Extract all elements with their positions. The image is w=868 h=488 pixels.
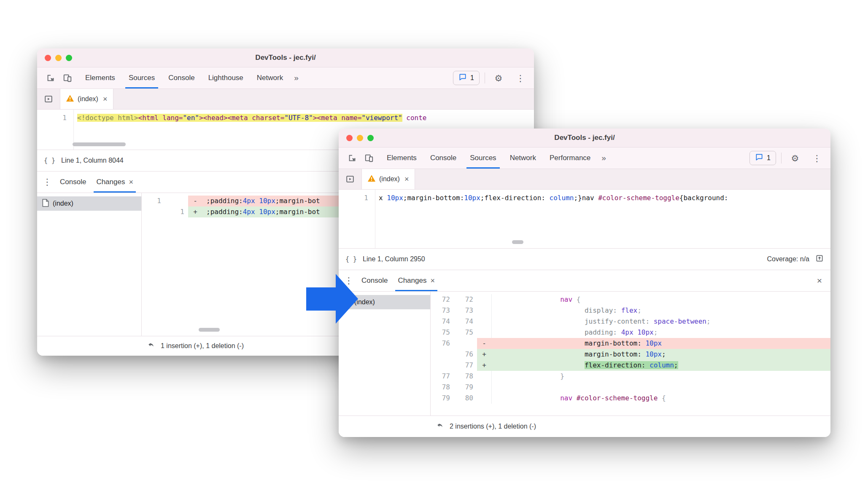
tab-network[interactable]: Network: [503, 147, 543, 169]
code-segment: [642, 339, 646, 347]
close-drawer-tab-icon[interactable]: ×: [430, 276, 435, 285]
zoom-window-button[interactable]: [367, 135, 374, 141]
tab-sources[interactable]: Sources: [122, 67, 162, 88]
code-segment: nav: [560, 394, 577, 402]
code-segment: ;: [637, 306, 642, 314]
drawer-tab-console[interactable]: Console: [55, 172, 91, 193]
tab-elements[interactable]: Elements: [78, 67, 122, 88]
close-window-button[interactable]: [346, 135, 353, 141]
devtools-window-front: DevTools - jec.fyi/ Elements Console Sou…: [339, 129, 830, 437]
drawer-tab-console[interactable]: Console: [356, 270, 393, 291]
code-segment: 4px: [243, 197, 255, 205]
inspect-element-icon[interactable]: [42, 67, 59, 88]
diff-sign: +: [188, 206, 202, 217]
line-number-gutter: 1: [37, 110, 74, 150]
issues-counter[interactable]: 1: [453, 71, 480, 85]
code-segment: ;padding:: [206, 208, 243, 216]
code-segment: ;margin-bot: [275, 208, 320, 216]
code-segment: justify-content:: [585, 317, 650, 325]
diff-sign: [477, 393, 491, 404]
code-segment: [617, 306, 621, 314]
diff-row: 7474 justify-content: space-between;: [431, 316, 830, 327]
diff-sign: -: [188, 196, 202, 206]
cursor-position: Line 1, Column 2950: [363, 255, 425, 263]
zoom-window-button[interactable]: [66, 55, 72, 61]
device-toolbar-icon[interactable]: [361, 147, 377, 169]
file-tab-strip: (index) ×: [339, 169, 830, 190]
tab-console[interactable]: Console: [162, 67, 201, 88]
old-line-number: 79: [431, 393, 454, 404]
minimize-window-button[interactable]: [55, 55, 62, 61]
panel-tab-bar: Elements Sources Console Lighthouse Netw…: [78, 67, 303, 88]
diff-code: padding: 4px 10px;: [491, 327, 830, 338]
file-tab-index[interactable]: (index) ×: [60, 89, 113, 109]
tab-performance[interactable]: Performance: [543, 147, 597, 169]
code-segment: flex-direction:: [585, 361, 646, 369]
drawer-kebab-icon[interactable]: ⋮: [40, 172, 55, 193]
diff-row: 7272 nav {: [431, 294, 830, 305]
drawer-tab-bar: ⋮ Console Changes × ×: [339, 270, 830, 292]
revert-icon[interactable]: [436, 421, 444, 432]
file-icon: [42, 199, 49, 209]
issues-counter[interactable]: 1: [749, 151, 776, 165]
close-file-tab-icon[interactable]: ×: [404, 175, 409, 184]
more-tabs-icon[interactable]: »: [290, 67, 303, 88]
new-line-number: 73: [454, 305, 477, 316]
close-file-tab-icon[interactable]: ×: [103, 95, 108, 104]
code-segment: [645, 361, 650, 369]
source-editor[interactable]: 1 x 10px;margin-bottom:10px;flex-directi…: [339, 190, 830, 248]
drawer-tab-label: Changes: [96, 178, 125, 186]
tab-elements[interactable]: Elements: [380, 147, 423, 169]
window-titlebar[interactable]: DevTools - jec.fyi/: [339, 129, 830, 147]
file-tab-index[interactable]: (index) ×: [362, 169, 415, 189]
close-window-button[interactable]: [45, 55, 51, 61]
new-line-number: 78: [454, 371, 477, 382]
coverage-export-icon[interactable]: [815, 254, 824, 264]
code-segment: [255, 197, 259, 205]
horizontal-scrollbar[interactable]: [199, 328, 220, 332]
issues-chat-icon: [755, 153, 763, 163]
indent: [495, 317, 585, 325]
tab-console[interactable]: Console: [423, 147, 463, 169]
kebab-menu-icon[interactable]: ⋮: [809, 147, 825, 169]
changes-file-item[interactable]: (index): [37, 196, 141, 211]
diff-sign: [477, 371, 491, 382]
drawer-tab-changes[interactable]: Changes ×: [91, 172, 138, 193]
code-segment: [255, 208, 259, 216]
coverage-status: Coverage: n/a: [767, 255, 809, 263]
minimize-window-button[interactable]: [357, 135, 363, 141]
diff-sign: [477, 327, 491, 338]
changes-panel: (index) 7272 nav {7373 display: flex;747…: [339, 292, 830, 416]
tab-sources[interactable]: Sources: [463, 147, 503, 169]
tab-lighthouse[interactable]: Lighthouse: [202, 67, 250, 88]
diff-sign: +: [477, 349, 491, 360]
device-toolbar-icon[interactable]: [59, 67, 76, 88]
window-titlebar[interactable]: DevTools - jec.fyi/: [37, 48, 534, 67]
old-line-number: 77: [431, 371, 454, 382]
diff-sign: [477, 294, 491, 305]
more-tabs-icon[interactable]: »: [597, 147, 610, 169]
indent: [495, 328, 585, 336]
code-segment: <html lang=: [138, 114, 183, 122]
close-drawer-tab-icon[interactable]: ×: [129, 178, 133, 187]
horizontal-scrollbar[interactable]: [512, 240, 523, 244]
inspect-element-icon[interactable]: [344, 147, 361, 169]
navigator-toggle-icon[interactable]: [339, 169, 362, 189]
horizontal-scrollbar[interactable]: [73, 142, 126, 146]
warning-icon: [368, 175, 375, 183]
drawer-tab-changes[interactable]: Changes ×: [393, 270, 440, 291]
kebab-menu-icon[interactable]: ⋮: [512, 67, 529, 88]
indent: [495, 361, 585, 369]
settings-gear-icon[interactable]: ⚙: [787, 147, 803, 169]
pretty-print-icon[interactable]: { }: [345, 255, 357, 263]
diff-code: justify-content: space-between;: [491, 316, 830, 327]
settings-gear-icon[interactable]: ⚙: [490, 67, 507, 88]
indent: [495, 339, 585, 347]
changes-diff-view[interactable]: 7272 nav {7373 display: flex;7474 justif…: [431, 292, 830, 416]
navigator-toggle-icon[interactable]: [37, 89, 60, 109]
close-drawer-icon[interactable]: ×: [811, 270, 828, 291]
tab-network[interactable]: Network: [250, 67, 290, 88]
revert-icon[interactable]: [147, 341, 155, 351]
changes-summary-bar: 2 insertions (+), 1 deletion (-): [339, 416, 830, 437]
pretty-print-icon[interactable]: { }: [44, 157, 55, 164]
